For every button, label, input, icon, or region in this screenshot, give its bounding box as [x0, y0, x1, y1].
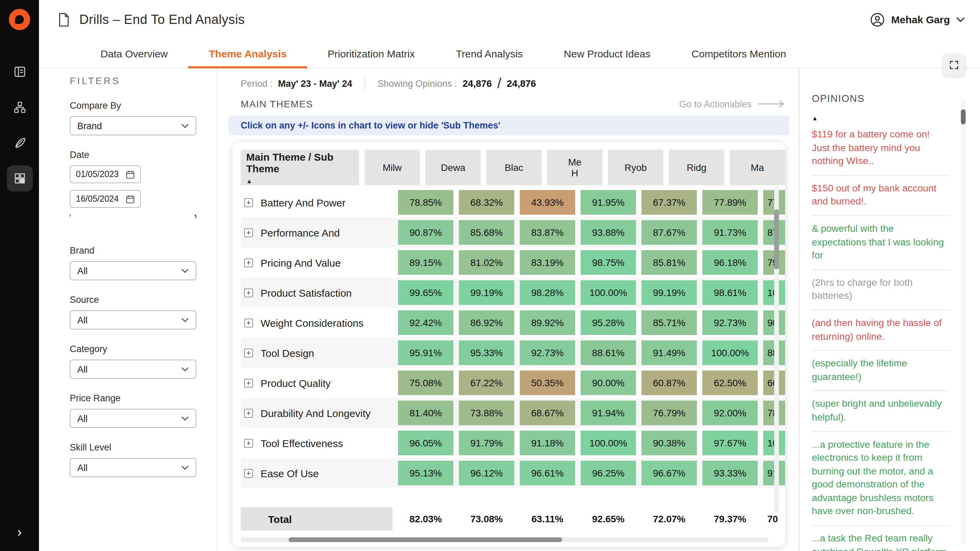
heatmap-cell[interactable]: 100.00% [702, 340, 758, 365]
go-to-actionables-link[interactable]: Go to Actionables [679, 99, 785, 109]
sidebar-item-dashboard[interactable] [6, 165, 32, 191]
tab-prioritization-matrix[interactable]: Prioritization Matrix [307, 39, 435, 68]
expand-toggle-icon[interactable]: + [244, 288, 253, 297]
table-horizontal-scrollbar[interactable] [241, 537, 769, 542]
expand-toggle-icon[interactable]: + [244, 228, 253, 237]
opinion-item[interactable]: $150 out of my bank account and burned!. [812, 176, 950, 216]
column-header[interactable]: Ma [730, 150, 785, 185]
heatmap-cell[interactable]: 91.95% [581, 190, 636, 214]
heatmap-cell[interactable]: 95.28% [581, 310, 636, 335]
heatmap-cell[interactable]: 60.87% [641, 370, 697, 395]
heatmap-cell[interactable]: 85.81% [641, 250, 697, 275]
sidebar-expand-button[interactable]: › [0, 526, 39, 539]
heatmap-cell[interactable]: 85.68% [459, 220, 514, 245]
sort-asc-icon[interactable]: ▲ [246, 178, 359, 184]
heatmap-cell[interactable]: 43.93% [520, 190, 575, 214]
heatmap-cell[interactable]: 89.15% [398, 250, 453, 275]
tab-trend-analysis[interactable]: Trend Analysis [435, 39, 543, 68]
app-logo[interactable] [9, 9, 30, 30]
opinions-scrollbar[interactable] [961, 100, 966, 544]
heatmap-cell[interactable]: 100.00% [581, 280, 636, 305]
scrollbar-thumb[interactable] [774, 209, 779, 269]
heatmap-cell[interactable]: 98.28% [520, 280, 575, 305]
heatmap-cell[interactable]: 96.25% [581, 461, 636, 485]
heatmap-cell[interactable]: 91.49% [641, 340, 697, 365]
heatmap-cell[interactable]: 93.88% [581, 220, 636, 245]
heatmap-cell[interactable]: 85.71% [641, 310, 697, 335]
column-header[interactable]: Ryob [608, 150, 663, 185]
expand-toggle-icon[interactable]: + [244, 318, 253, 327]
expand-toggle-icon[interactable]: + [244, 258, 253, 267]
heatmap-cell[interactable]: 97.67% [702, 431, 758, 455]
category-select[interactable]: All [70, 360, 196, 379]
tab-theme-analysis[interactable]: Theme Analysis [188, 39, 307, 68]
sidebar-item-annotate[interactable] [6, 130, 32, 156]
table-vertical-scrollbar[interactable] [774, 186, 779, 513]
heatmap-cell[interactable]: 77.89% [702, 190, 758, 214]
heatmap-cell[interactable]: 86.92% [459, 310, 514, 335]
date-to-input[interactable]: 16/05/2024 [70, 190, 141, 208]
heatmap-cell[interactable]: 75.08% [398, 370, 453, 395]
heatmap-cell[interactable]: 99.65% [398, 280, 453, 305]
heatmap-cell[interactable]: 92.00% [702, 400, 758, 425]
opinion-item[interactable]: ...a task the Red team really outshined … [812, 526, 950, 551]
expand-toggle-icon[interactable]: + [244, 378, 253, 387]
heatmap-cell[interactable]: 90.38% [641, 431, 697, 455]
opinion-item[interactable]: (especially the lifetime guarantee!) [812, 351, 950, 391]
opinion-item[interactable]: (2hrs to charge for both batteries) [812, 270, 950, 310]
expand-toggle-icon[interactable]: + [244, 408, 253, 418]
heatmap-cell[interactable]: 68.32% [459, 190, 514, 214]
scroll-up-icon[interactable]: ▲ [812, 115, 950, 122]
fullscreen-button[interactable] [943, 54, 965, 76]
heatmap-cell[interactable]: 96.61% [520, 461, 575, 485]
heatmap-cell[interactable]: 95.13% [398, 461, 453, 485]
heatmap-cell[interactable]: 96.12% [459, 461, 514, 485]
heatmap-cell[interactable]: 76.79% [641, 400, 697, 425]
heatmap-cell[interactable]: 90.00% [581, 370, 636, 395]
tab-competitors-mention[interactable]: Competitors Mention [671, 39, 807, 68]
heatmap-cell[interactable]: 98.61% [702, 280, 758, 305]
heatmap-cell[interactable]: 67.37% [641, 190, 697, 214]
column-header[interactable]: Me H [547, 150, 603, 185]
sidebar-item-reports[interactable] [6, 59, 32, 85]
scrollbar-thumb[interactable] [289, 537, 562, 542]
expand-toggle-icon[interactable]: + [244, 198, 253, 207]
heatmap-cell[interactable]: 96.18% [702, 250, 758, 275]
heatmap-cell[interactable]: 89.92% [520, 310, 575, 335]
heatmap-cell[interactable]: 99.19% [459, 280, 514, 305]
heatmap-cell[interactable]: 92.73% [702, 310, 758, 335]
brand-select[interactable]: All [70, 261, 196, 280]
user-menu[interactable]: Mehak Garg [870, 12, 965, 27]
expand-toggle-icon[interactable]: + [244, 348, 253, 357]
column-header[interactable]: Blac [486, 150, 542, 185]
theme-column-header[interactable]: Main Theme / Sub Theme ▲ [241, 150, 359, 185]
sidebar-item-workflow[interactable] [6, 94, 32, 120]
compare-by-select[interactable]: Brand [70, 116, 196, 135]
opinion-item[interactable]: (super bright and unbelievably helpful). [812, 391, 950, 432]
heatmap-cell[interactable]: 92.73% [520, 340, 575, 365]
heatmap-cell[interactable]: 91.94% [581, 400, 636, 425]
price-range-select[interactable]: All [70, 409, 196, 428]
column-header[interactable]: Dewa [425, 150, 481, 185]
heatmap-cell[interactable]: 100.00% [581, 431, 636, 455]
date-from-input[interactable]: 01/05/2023 [70, 165, 141, 183]
heatmap-cell[interactable]: 91.79% [459, 431, 514, 455]
heatmap-cell[interactable]: 91.18% [520, 431, 575, 455]
heatmap-cell[interactable]: 73.88% [459, 400, 514, 425]
heatmap-cell[interactable]: 95.91% [398, 340, 453, 365]
heatmap-cell[interactable]: 62.50% [702, 370, 758, 395]
tab-new-product-ideas[interactable]: New Product Ideas [543, 39, 671, 68]
scrollbar-thumb[interactable] [961, 110, 966, 124]
heatmap-cell[interactable]: 98.75% [581, 250, 636, 275]
heatmap-cell[interactable]: 95.33% [459, 340, 514, 365]
column-header[interactable]: Milw [364, 150, 420, 185]
expand-toggle-icon[interactable]: + [244, 438, 253, 448]
heatmap-cell[interactable]: 93.33% [702, 461, 758, 485]
skill-level-select[interactable]: All [70, 458, 196, 477]
opinion-item[interactable]: ...a protective feature in the electroni… [812, 432, 950, 526]
heatmap-cell[interactable]: 92.42% [398, 310, 453, 335]
heatmap-cell[interactable]: 88.61% [581, 340, 636, 365]
tab-data-overview[interactable]: Data Overview [80, 39, 188, 68]
heatmap-cell[interactable]: 81.40% [398, 400, 453, 425]
heatmap-cell[interactable]: 90.87% [398, 220, 453, 245]
